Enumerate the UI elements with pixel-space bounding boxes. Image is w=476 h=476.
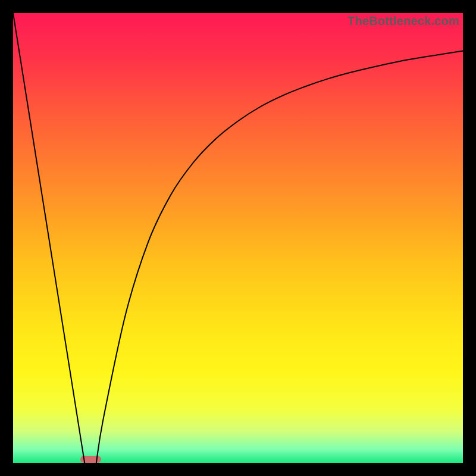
curve-left-arm [13, 13, 84, 463]
curve-right-arm [96, 51, 463, 464]
attribution-watermark: TheBottleneck.com [347, 14, 459, 28]
plot-area: TheBottleneck.com [13, 13, 463, 463]
curves [13, 13, 463, 463]
chart-stage: TheBottleneck.com [0, 0, 476, 476]
